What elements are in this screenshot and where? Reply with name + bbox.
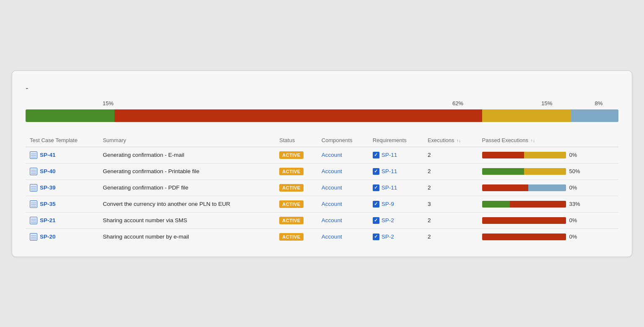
cell-summary-3: Convert the currency into another one PL… — [99, 196, 275, 212]
mini-bar-container-1: 50% — [482, 168, 615, 175]
req-link-3[interactable]: SP-9 — [382, 201, 394, 207]
progress-segment-1 — [114, 109, 482, 122]
cell-component-5: Account — [317, 228, 369, 245]
progress-label-1: 62% — [452, 100, 463, 106]
cell-status-4: ACTIVE — [275, 212, 317, 228]
col-header-template: Test Case Template — [26, 134, 99, 147]
progress-bar — [26, 109, 618, 122]
sort-icon-executions[interactable]: ↑↓ — [455, 138, 461, 143]
cell-status-0: ACTIVE — [275, 147, 317, 163]
progress-segment-0 — [26, 109, 114, 122]
mini-bar-seg-2-1 — [528, 184, 566, 191]
component-link-4[interactable]: Account — [322, 217, 342, 223]
cell-template-2: SP-39 — [26, 179, 99, 196]
progress-section: 15%62%15%8% — [26, 100, 618, 122]
template-link-4[interactable]: SP-21 — [30, 217, 94, 224]
cell-component-1: Account — [317, 163, 369, 179]
passed-pct-2: 0% — [569, 184, 582, 191]
cell-executions-1: 2 — [423, 163, 478, 179]
mini-bar-seg-1-1 — [524, 168, 566, 175]
table-row: SP-35Convert the currency into another o… — [26, 196, 618, 212]
cell-status-1: ACTIVE — [275, 163, 317, 179]
col-header-executions[interactable]: Executions ↑↓ — [423, 134, 478, 147]
cell-executions-3: 3 — [423, 196, 478, 212]
req-cell-0: SP-11 — [373, 152, 419, 158]
template-id-4: SP-21 — [40, 217, 56, 223]
mini-bar-container-0: 0% — [482, 152, 615, 158]
passed-pct-1: 50% — [569, 168, 582, 174]
component-link-5[interactable]: Account — [322, 234, 342, 240]
req-link-4[interactable]: SP-2 — [382, 217, 394, 223]
cell-summary-0: Generating confirmation - E-mail — [99, 147, 275, 163]
template-id-0: SP-41 — [40, 152, 56, 158]
mini-bar-container-5: 0% — [482, 234, 615, 240]
cell-req-2: SP-11 — [369, 179, 423, 196]
template-link-3[interactable]: SP-35 — [30, 200, 94, 208]
req-link-0[interactable]: SP-11 — [382, 152, 397, 158]
cell-req-0: SP-11 — [369, 147, 423, 163]
progress-label-2: 15% — [541, 100, 552, 106]
component-link-3[interactable]: Account — [322, 201, 342, 207]
status-badge-3: ACTIVE — [279, 200, 303, 208]
status-badge-5: ACTIVE — [279, 233, 303, 241]
cell-status-3: ACTIVE — [275, 196, 317, 212]
req-link-1[interactable]: SP-11 — [382, 168, 397, 174]
template-link-0[interactable]: SP-41 — [30, 151, 94, 159]
table-body: SP-41Generating confirmation - E-mailACT… — [26, 147, 618, 245]
req-checkbox-1 — [373, 168, 379, 175]
progress-label-3: 8% — [595, 100, 602, 106]
template-icon-2 — [30, 184, 37, 192]
table-row: SP-40Generating confirmation - Printable… — [26, 163, 618, 179]
status-badge-0: ACTIVE — [279, 151, 303, 159]
template-id-5: SP-20 — [40, 234, 56, 240]
col-header-summary: Summary — [99, 134, 275, 147]
component-link-1[interactable]: Account — [322, 168, 342, 174]
req-link-2[interactable]: SP-11 — [382, 184, 397, 191]
cell-status-2: ACTIVE — [275, 179, 317, 196]
template-link-1[interactable]: SP-40 — [30, 168, 94, 175]
main-card: - 15%62%15%8% Test Case TemplateSummaryS… — [12, 70, 632, 257]
mini-bar-seg-2-0 — [482, 184, 528, 191]
results-table: Test Case TemplateSummaryStatusComponent… — [26, 134, 618, 245]
template-link-5[interactable]: SP-20 — [30, 233, 94, 241]
mini-bar-seg-3-0 — [482, 201, 510, 208]
req-link-5[interactable]: SP-2 — [382, 234, 394, 240]
component-link-0[interactable]: Account — [322, 152, 342, 158]
cell-executions-2: 2 — [423, 179, 478, 196]
req-cell-2: SP-11 — [373, 184, 419, 191]
sort-icon-passed[interactable]: ↑↓ — [529, 138, 535, 143]
component-link-2[interactable]: Account — [322, 184, 342, 191]
req-cell-3: SP-9 — [373, 201, 419, 208]
passed-pct-0: 0% — [569, 152, 582, 158]
template-icon-4 — [30, 217, 37, 224]
cell-component-3: Account — [317, 196, 369, 212]
table-row: SP-21Sharing account number via SMSACTIV… — [26, 212, 618, 228]
subtitle-text: - — [26, 83, 29, 93]
cell-component-0: Account — [317, 147, 369, 163]
col-header-passed[interactable]: Passed Executions ↑↓ — [478, 134, 619, 147]
cell-component-2: Account — [317, 179, 369, 196]
table-row: SP-39Generating confirmation - PDF fileA… — [26, 179, 618, 196]
req-checkbox-4 — [373, 217, 379, 224]
mini-bar-seg-5-0 — [482, 234, 566, 240]
progress-segment-3 — [571, 109, 618, 122]
cell-template-4: SP-21 — [26, 212, 99, 228]
progress-segment-2 — [482, 109, 571, 122]
mini-bar-container-2: 0% — [482, 184, 615, 191]
mini-bar-seg-4-0 — [482, 217, 566, 224]
template-id-3: SP-35 — [40, 201, 56, 207]
req-cell-5: SP-2 — [373, 234, 419, 240]
passed-pct-4: 0% — [569, 217, 582, 223]
req-cell-1: SP-11 — [373, 168, 419, 175]
req-checkbox-3 — [373, 201, 379, 208]
status-badge-4: ACTIVE — [279, 217, 303, 224]
req-checkbox-5 — [373, 234, 379, 240]
cell-passed-4: 0% — [478, 212, 619, 228]
template-icon-0 — [30, 151, 37, 159]
cell-executions-4: 2 — [423, 212, 478, 228]
template-link-2[interactable]: SP-39 — [30, 184, 94, 192]
mini-bar-seg-1-0 — [482, 168, 524, 175]
mini-bar-3 — [482, 201, 566, 208]
col-header-components: Components — [317, 134, 369, 147]
mini-bar-0 — [482, 152, 566, 158]
